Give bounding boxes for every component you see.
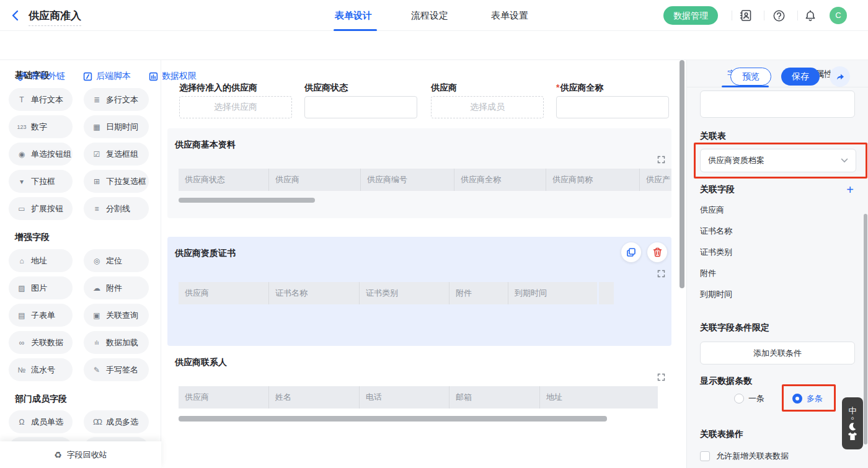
field-divider-line[interactable]: ≡分割线	[84, 197, 149, 220]
field-multi-line-text[interactable]: ≣多行文本	[84, 88, 149, 111]
address-pin-icon: ⌂	[17, 257, 27, 265]
related-field-item[interactable]: 到期时间	[700, 289, 732, 300]
related-table-select[interactable]: 供应商资质档案	[700, 149, 856, 172]
select-supplier-picker[interactable]: 选择供应商	[179, 96, 292, 118]
field-checkbox-group[interactable]: ☑复选框组	[84, 143, 149, 166]
field-serial-number[interactable]: №流水号	[9, 358, 73, 381]
horizontal-scrollbar[interactable]	[179, 198, 315, 203]
section-title: 供应商基本资料	[175, 139, 236, 151]
language-toggle-icon[interactable]: 中	[849, 407, 857, 415]
expand-icon[interactable]	[657, 373, 665, 381]
field-radio-group[interactable]: ◉单选按钮组	[9, 143, 73, 166]
theme-shirt-icon[interactable]	[848, 432, 857, 441]
form-external-link[interactable]: 表单外链	[17, 67, 65, 86]
related-field-item[interactable]: 证书名称	[700, 226, 732, 237]
radio-selected-icon[interactable]	[792, 394, 802, 404]
field-location[interactable]: ◎定位	[84, 249, 149, 272]
save-button[interactable]: 保存	[781, 68, 820, 86]
supplier-status-input[interactable]	[304, 96, 417, 118]
recycle-bin-label: 字段回收站	[67, 449, 107, 461]
tab-form-design[interactable]: 表单设计	[335, 0, 372, 31]
tab-process-settings[interactable]: 流程设定	[411, 0, 448, 31]
delete-field-button[interactable]	[647, 242, 667, 262]
notification-bell-icon[interactable]	[804, 9, 817, 22]
column-header: 证书名称	[269, 282, 360, 304]
expand-icon[interactable]	[657, 269, 665, 277]
preview-button[interactable]: 预览	[730, 68, 771, 86]
section-supplier-basic-info[interactable]: 供应商基本资料 供应商状态 供应商 供应商编号 供应商全称 供应商简称 供应产	[167, 128, 671, 218]
field-label-supplier: 供应商	[431, 82, 457, 94]
related-field-item[interactable]: 证书类别	[700, 247, 732, 258]
expand-icon[interactable]	[657, 155, 665, 163]
related-field-item[interactable]: 附件	[700, 268, 716, 279]
form-toolbar: 表单外链 后端脚本 数据权限 预览 保存	[0, 31, 868, 60]
radio-icon: ◉	[17, 150, 27, 159]
form-designer-app: 供应商准入 表单设计 流程设定 表单设置 数据管理 C 表单外链 后端脚本	[0, 0, 868, 468]
related-fields-label: 关联字段	[700, 184, 735, 195]
field-image[interactable]: ▨图片	[9, 276, 73, 299]
field-label: 手写签名	[106, 364, 138, 376]
related-field-item[interactable]: 供应商	[700, 205, 724, 216]
column-header: 供应商简称	[546, 169, 640, 191]
field-label-supplier-full-name: *供应商全称	[556, 82, 603, 94]
field-attachment[interactable]: ☁附件	[84, 276, 149, 299]
add-condition-button[interactable]: 添加关联条件	[700, 342, 855, 364]
field-label: 流水号	[31, 364, 55, 376]
canvas-scrollbar[interactable]	[680, 60, 684, 288]
floating-utility-widget[interactable]: 中 ó	[842, 397, 863, 449]
field-extend-button[interactable]: ▭扩展按钮	[9, 197, 73, 220]
subtable-header-row: 供应商 证书名称 证书类别 附件 到期时间	[179, 282, 597, 304]
field-number[interactable]: 123数字	[9, 115, 73, 138]
serial-number-icon: №	[17, 366, 27, 374]
data-permission-link[interactable]: 数据权限	[149, 67, 197, 86]
link-icon	[17, 72, 27, 81]
dark-mode-moon-icon[interactable]	[848, 422, 857, 431]
radio-option-multiple[interactable]: 多条	[792, 393, 823, 404]
add-related-field-button[interactable]: +	[844, 183, 856, 196]
data-manage-button[interactable]: 数据管理	[663, 6, 718, 25]
subtable-header-row: 供应商状态 供应商 供应商编号 供应商全称 供应商简称 供应产	[179, 169, 671, 191]
allow-add-related-data-option[interactable]: 允许新增关联表数据	[700, 451, 789, 462]
horizontal-scrollbar[interactable]	[179, 416, 607, 422]
backend-script-link[interactable]: 后端脚本	[83, 67, 131, 86]
field-title-input[interactable]	[700, 91, 855, 118]
field-subform[interactable]: ▤子表单	[9, 304, 73, 327]
field-dropdown[interactable]: ▾下拉框	[9, 170, 73, 193]
column-header: 邮箱	[450, 386, 540, 408]
field-related-data[interactable]: ∞关联数据	[9, 331, 73, 354]
field-label: 附件	[106, 283, 122, 294]
location-target-icon: ◎	[92, 257, 102, 265]
field-member-multi[interactable]: ΩΩ成员多选	[84, 410, 149, 433]
column-header: 供应商	[269, 169, 361, 191]
supplier-full-name-input[interactable]	[556, 96, 669, 118]
contacts-icon[interactable]	[739, 9, 753, 22]
radio-unselected-icon[interactable]	[734, 394, 744, 404]
field-multi-dropdown[interactable]: ⊞下拉复选框	[84, 170, 149, 193]
field-single-line-text[interactable]: T单行文本	[9, 88, 73, 111]
radio-option-single[interactable]: 一条	[734, 393, 764, 404]
field-label: 扩展按钮	[31, 203, 63, 214]
copy-field-button[interactable]	[621, 242, 641, 262]
form-title[interactable]: 供应商准入	[29, 9, 81, 26]
tab-form-settings[interactable]: 表单设置	[491, 0, 528, 31]
section-title: 供应商资质证书	[175, 248, 236, 259]
select-member-picker[interactable]: 选择成员	[431, 96, 544, 118]
help-icon[interactable]	[773, 9, 786, 23]
panel-scrollbar[interactable]	[864, 214, 867, 444]
divider-line-icon: ≡	[92, 205, 102, 213]
section-supplier-certificates[interactable]: 供应商资质证书 供应商 证书名称 证书类别 附件 到期时间	[167, 237, 671, 346]
field-related-query[interactable]: ▣关联查询	[84, 304, 149, 327]
user-avatar[interactable]: C	[830, 7, 847, 24]
field-handwritten-signature[interactable]: ✎手写签名	[84, 358, 149, 381]
share-button[interactable]	[830, 66, 850, 87]
field-address[interactable]: ⌂地址	[9, 249, 73, 272]
checkbox-unchecked-icon[interactable]	[700, 451, 710, 461]
field-datetime[interactable]: ▦日期时间	[84, 115, 149, 138]
field-recycle-bin[interactable]: ♻ 字段回收站	[0, 441, 161, 468]
field-data-load[interactable]: ılı数据加载	[84, 331, 149, 354]
checkbox-label: 允许新增关联表数据	[716, 451, 789, 462]
section-supplier-contacts[interactable]: 供应商联系人 供应商 姓名 电话 邮箱 地址	[167, 346, 671, 434]
field-label: 数据加载	[106, 337, 138, 348]
field-member-single[interactable]: Ω成员单选	[9, 410, 73, 433]
back-button[interactable]	[9, 9, 22, 22]
